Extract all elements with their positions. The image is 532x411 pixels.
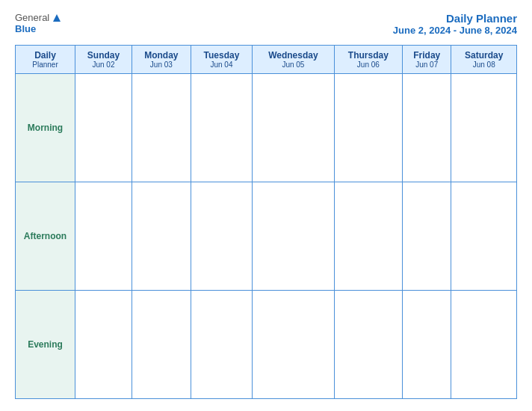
thursday-name: Thursday <box>338 50 399 61</box>
monday-date: Jun 03 <box>135 61 188 69</box>
morning-sunday[interactable] <box>75 74 132 182</box>
sunday-date: Jun 02 <box>78 61 129 69</box>
sunday-name: Sunday <box>78 50 129 61</box>
morning-friday[interactable] <box>403 74 451 182</box>
afternoon-thursday[interactable] <box>334 182 402 291</box>
logo-general-text: General <box>15 12 49 23</box>
svg-marker-0 <box>53 14 61 22</box>
header-daily-planner: Daily Planner <box>16 46 75 74</box>
saturday-name: Saturday <box>454 50 513 61</box>
monday-name: Monday <box>135 50 188 61</box>
calendar-table: Daily Planner Sunday Jun 02 Monday Jun 0… <box>15 45 517 399</box>
evening-row: Evening <box>16 291 517 399</box>
evening-label: Evening <box>16 291 75 399</box>
morning-monday[interactable] <box>132 74 191 182</box>
header-friday: Friday Jun 07 <box>403 46 451 74</box>
thursday-date: Jun 06 <box>338 61 399 69</box>
afternoon-tuesday[interactable] <box>191 182 252 291</box>
planner-title: Daily Planner <box>393 12 517 25</box>
evening-monday[interactable] <box>132 291 191 399</box>
header-tuesday: Tuesday Jun 04 <box>191 46 252 74</box>
logo-icon <box>52 13 62 23</box>
morning-tuesday[interactable] <box>191 74 252 182</box>
planner-date-range: June 2, 2024 - June 8, 2024 <box>393 25 517 36</box>
evening-saturday[interactable] <box>451 291 517 399</box>
header-monday: Monday Jun 03 <box>132 46 191 74</box>
saturday-date: Jun 08 <box>454 61 513 69</box>
evening-tuesday[interactable] <box>191 291 252 399</box>
logo-blue-text: Blue <box>15 23 36 34</box>
tuesday-name: Tuesday <box>194 50 249 61</box>
friday-date: Jun 07 <box>406 61 448 69</box>
logo: General Blue <box>15 12 62 34</box>
evening-thursday[interactable] <box>334 291 402 399</box>
morning-thursday[interactable] <box>334 74 402 182</box>
afternoon-wednesday[interactable] <box>253 182 334 291</box>
evening-wednesday[interactable] <box>253 291 334 399</box>
header-thursday: Thursday Jun 06 <box>334 46 402 74</box>
header-sunday: Sunday Jun 02 <box>75 46 132 74</box>
header-wednesday: Wednesday Jun 05 <box>253 46 334 74</box>
header-dp-line2: Planner <box>19 61 72 69</box>
evening-sunday[interactable] <box>75 291 132 399</box>
afternoon-label: Afternoon <box>16 182 75 291</box>
afternoon-row: Afternoon <box>16 182 517 291</box>
evening-friday[interactable] <box>403 291 451 399</box>
page-header: General Blue Daily Planner June 2, 2024 … <box>15 12 517 36</box>
morning-wednesday[interactable] <box>253 74 334 182</box>
afternoon-friday[interactable] <box>403 182 451 291</box>
afternoon-sunday[interactable] <box>75 182 132 291</box>
morning-label: Morning <box>16 74 75 182</box>
header-saturday: Saturday Jun 08 <box>451 46 517 74</box>
calendar-header-row: Daily Planner Sunday Jun 02 Monday Jun 0… <box>16 46 517 74</box>
title-area: Daily Planner June 2, 2024 - June 8, 202… <box>393 12 517 36</box>
tuesday-date: Jun 04 <box>194 61 249 69</box>
afternoon-saturday[interactable] <box>451 182 517 291</box>
friday-name: Friday <box>406 50 448 61</box>
morning-saturday[interactable] <box>451 74 517 182</box>
wednesday-date: Jun 05 <box>256 61 330 69</box>
header-dp-line1: Daily <box>19 50 72 61</box>
wednesday-name: Wednesday <box>256 50 330 61</box>
afternoon-monday[interactable] <box>132 182 191 291</box>
morning-row: Morning <box>16 74 517 182</box>
